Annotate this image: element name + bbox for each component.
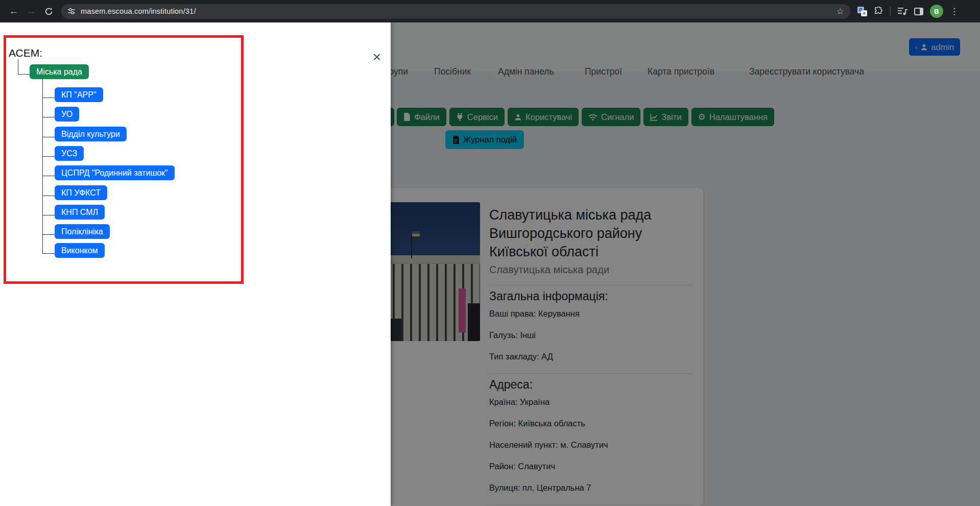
back-icon[interactable]: ← xyxy=(5,3,22,20)
bookmark-star-icon[interactable]: ☆ xyxy=(836,6,844,17)
tree-connector xyxy=(42,234,55,235)
tree-connector xyxy=(42,196,55,196)
browser-chrome: ← → masem.escoua.com/institution/31/ ☆ G… xyxy=(0,0,980,22)
tree-node-child[interactable]: КП УФКСТ xyxy=(55,185,107,200)
tree-connector xyxy=(42,176,55,176)
reload-icon[interactable] xyxy=(40,3,57,20)
tree-connector xyxy=(42,98,55,98)
screen: ← → masem.escoua.com/institution/31/ ☆ G… xyxy=(0,0,980,506)
tree-title: АСЕМ: xyxy=(9,47,42,59)
tree-connector xyxy=(42,117,55,117)
chrome-menu-icon[interactable]: ⋮ xyxy=(950,6,959,17)
tree-connector xyxy=(18,59,30,75)
tree-connector xyxy=(42,79,43,253)
close-icon[interactable]: × xyxy=(368,48,386,66)
extensions-icon[interactable] xyxy=(874,7,883,16)
tree-connector xyxy=(42,253,55,254)
tree-node-child[interactable]: КП "АРР" xyxy=(55,87,103,102)
tree-node-child[interactable]: УО xyxy=(55,107,79,122)
tree-node-child[interactable]: Виконком xyxy=(55,243,105,258)
chrome-icons: G a B ⋮ xyxy=(857,5,959,18)
translate-icon[interactable]: G a xyxy=(857,7,867,16)
tree-node-root[interactable]: Міська рада xyxy=(30,64,89,79)
hierarchy-modal: × АСЕМ: Міська рада КП "АРР" УО Відділ к… xyxy=(0,22,391,506)
forward-icon[interactable]: → xyxy=(22,3,40,20)
side-panel-icon[interactable] xyxy=(914,8,923,15)
tree-connector xyxy=(42,215,55,215)
profile-avatar[interactable]: B xyxy=(930,5,943,18)
tree-node-child[interactable]: Відділ культури xyxy=(55,127,127,141)
divider xyxy=(890,7,891,16)
url-text: masem.escoua.com/institution/31/ xyxy=(81,7,196,15)
address-bar[interactable]: masem.escoua.com/institution/31/ ☆ xyxy=(61,4,850,19)
tree-node-child[interactable]: УСЗ xyxy=(55,146,84,161)
tree-node-child[interactable]: Поліклініка xyxy=(55,224,110,239)
tree-connector xyxy=(42,156,55,157)
media-controls-icon[interactable] xyxy=(897,7,907,16)
site-settings-icon[interactable] xyxy=(67,7,76,15)
tree-node-child[interactable]: КНП СМЛ xyxy=(55,205,105,220)
tree-node-child[interactable]: ЦСПРД "Родинний затишок" xyxy=(55,165,175,180)
tree-connector xyxy=(42,137,55,137)
